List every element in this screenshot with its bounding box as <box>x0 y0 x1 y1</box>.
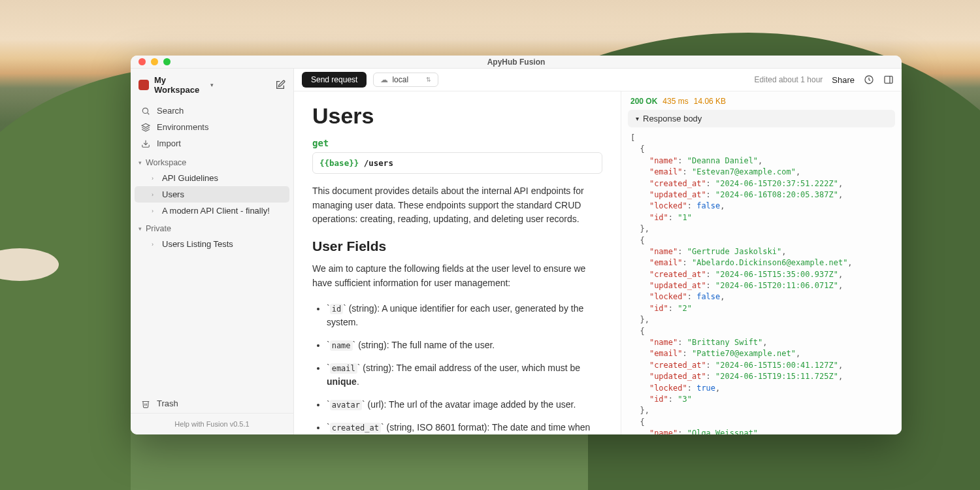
share-button[interactable]: Share <box>832 75 855 85</box>
maximize-window-button[interactable] <box>163 58 171 65</box>
svg-marker-2 <box>142 123 150 127</box>
chevron-right-icon: › <box>152 191 158 198</box>
field-item: `name` (string): The full name of the us… <box>327 338 602 352</box>
window-title: ApyHub Fusion <box>487 57 546 67</box>
status-time: 435 ms <box>662 97 688 106</box>
chevron-down-icon: ▾ <box>139 225 142 232</box>
edited-label: Edited about 1 hour <box>755 75 823 84</box>
svg-point-0 <box>142 108 148 113</box>
sidebar-environments[interactable]: Environments <box>136 119 288 135</box>
sidebar-trash[interactable]: Trash <box>136 395 288 412</box>
field-item: `id` (string): A unique identifier for e… <box>327 302 602 329</box>
sidebar-item-label: Import <box>157 139 181 148</box>
section-heading: User Fields <box>312 238 602 254</box>
chevron-down-icon: ▾ <box>210 82 214 88</box>
sidebar-item-label: Trash <box>157 399 178 408</box>
sidebar-search[interactable]: Search <box>136 103 288 119</box>
request-url-box[interactable]: {{base}} /users <box>312 152 602 174</box>
field-item: `avatar` (url): The url of the avatar im… <box>327 398 602 412</box>
status-size: 14.06 KB <box>694 97 726 106</box>
layers-icon <box>141 123 150 132</box>
sidebar: My Workspace ▾ Search Environments Impor… <box>131 69 294 434</box>
tree-item-users[interactable]: › Users <box>135 186 289 203</box>
tree-item-label: API Guidelines <box>162 173 218 183</box>
section-label: Private <box>146 224 171 233</box>
environment-select[interactable]: ☁ local ⇅ <box>373 73 438 87</box>
field-list: `id` (string): A unique identifier for e… <box>312 302 602 434</box>
tree-item-label: Users Listing Tests <box>162 239 233 249</box>
send-request-button[interactable]: Send request <box>302 72 367 88</box>
field-item: `email` (string): The email address of t… <box>327 361 602 389</box>
chevron-down-icon: ▾ <box>139 159 142 166</box>
response-pane: 200 OK 435 ms 14.06 KB ▾ Response body [… <box>621 91 902 434</box>
chevron-down-icon: ▾ <box>636 115 639 122</box>
cloud-icon: ☁ <box>380 75 388 84</box>
sidebar-item-label: Environments <box>157 122 208 132</box>
tree-item-users-listing-tests[interactable]: › Users Listing Tests <box>135 236 289 252</box>
history-icon[interactable] <box>864 74 874 85</box>
response-status-bar: 200 OK 435 ms 14.06 KB <box>621 91 902 110</box>
compose-icon[interactable] <box>275 80 286 90</box>
search-icon <box>141 106 150 116</box>
section-private[interactable]: ▾ Private <box>131 219 293 236</box>
doc-intro: This document provides details about the… <box>312 184 602 227</box>
chevron-right-icon: › <box>152 208 158 214</box>
trash-icon <box>141 399 150 408</box>
tree-item-api-guidelines[interactable]: › API Guidelines <box>135 170 289 186</box>
workspace-name: My Workspace <box>154 75 205 95</box>
tree-item-label: Users <box>162 189 184 199</box>
app-window: ApyHub Fusion My Workspace ▾ Search Envi… <box>131 56 902 434</box>
sidebar-import[interactable]: Import <box>136 135 288 152</box>
sort-icon: ⇅ <box>426 76 431 83</box>
workspace-selector[interactable]: My Workspace ▾ <box>131 69 293 101</box>
url-path: /users <box>364 158 393 168</box>
tree-item-label: A modern API Client - finally! <box>162 206 270 216</box>
tree-item-modern-api-client[interactable]: › A modern API Client - finally! <box>135 203 289 219</box>
titlebar: ApyHub Fusion <box>131 56 902 69</box>
close-window-button[interactable] <box>139 58 146 65</box>
chevron-right-icon: › <box>152 241 158 248</box>
http-method: get <box>312 138 602 148</box>
sidebar-footer[interactable]: Help with Fusion v0.5.1 <box>131 413 293 434</box>
page-title: Users <box>312 103 602 129</box>
response-body[interactable]: [ { "name": "Deanna Daniel", "email": "E… <box>621 133 902 434</box>
section-label: Workspace <box>146 158 186 167</box>
chevron-right-icon: › <box>152 175 158 182</box>
status-code: 200 OK <box>630 97 657 106</box>
toolbar: Send request ☁ local ⇅ Edited about 1 ho… <box>294 69 902 91</box>
section-workspace[interactable]: ▾ Workspace <box>131 153 293 170</box>
workspace-badge-icon <box>139 80 149 90</box>
minimize-window-button[interactable] <box>151 58 158 65</box>
svg-line-1 <box>148 112 150 114</box>
url-variable: {{base}} <box>319 158 359 168</box>
response-section-label: Response body <box>643 114 702 123</box>
response-body-toggle[interactable]: ▾ Response body <box>628 110 895 127</box>
sidebar-item-label: Search <box>157 106 184 116</box>
import-icon <box>141 139 150 148</box>
svg-rect-4 <box>885 76 892 84</box>
panel-toggle-icon[interactable] <box>883 74 894 85</box>
environment-label: local <box>392 75 408 84</box>
document-pane: Users get {{base}} /users This document … <box>294 91 621 434</box>
field-item: `created_at` (string, ISO 8601 format): … <box>327 421 602 434</box>
doc-paragraph: We aim to capture the following fields a… <box>312 262 602 290</box>
